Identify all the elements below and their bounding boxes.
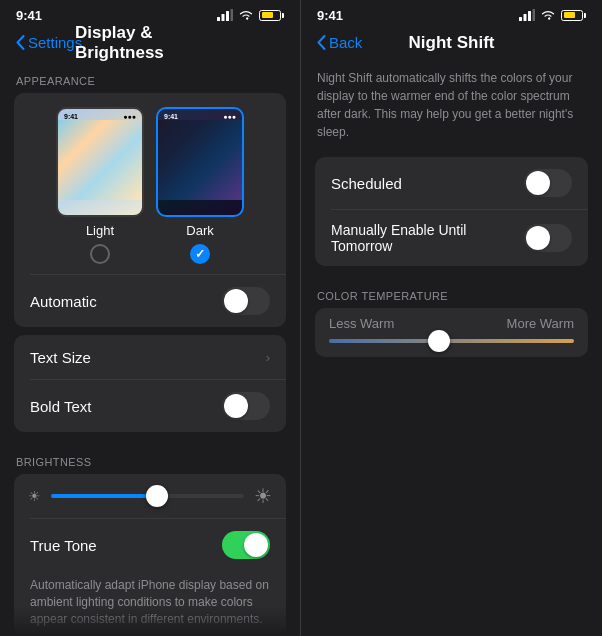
page-title-left: Display & Brightness	[75, 23, 225, 63]
text-size-row[interactable]: Text Size ›	[14, 335, 286, 379]
manually-enable-label: Manually Enable Until Tomorrow	[331, 222, 524, 254]
text-card: Text Size › Bold Text	[14, 335, 286, 432]
night-shift-panel: 9:41	[301, 0, 602, 636]
brightness-dim-icon: ☀	[28, 488, 41, 504]
back-button-left[interactable]: Settings	[16, 34, 82, 51]
night-shift-toggles-card: Scheduled Manually Enable Until Tomorrow	[315, 157, 588, 266]
svg-rect-0	[217, 17, 220, 21]
true-tone-row[interactable]: True Tone	[14, 519, 286, 571]
back-label-right: Back	[329, 34, 362, 51]
preview-time-dark: 9:41	[164, 113, 178, 120]
preview-icons-dark: ●●●	[223, 113, 236, 120]
text-size-chevron: ›	[266, 350, 270, 365]
appearance-card: 9:41 ●●● Light 9:41 ●●●	[14, 93, 286, 327]
signal-icon-right	[519, 9, 535, 21]
svg-rect-6	[528, 11, 531, 21]
chevron-left-icon-right	[317, 35, 326, 50]
brightness-slider-row: ☀ ☀	[14, 474, 286, 518]
dark-preview-status: 9:41 ●●●	[158, 109, 242, 120]
color-temp-card: Less Warm More Warm	[315, 308, 588, 357]
preview-time-light: 9:41	[64, 113, 78, 120]
true-tone-description: Automatically adapt iPhone display based…	[14, 571, 286, 636]
color-temp-track[interactable]	[329, 339, 574, 343]
true-tone-toggle[interactable]	[222, 531, 270, 559]
true-tone-label: True Tone	[30, 537, 97, 554]
svg-rect-3	[231, 9, 234, 21]
scheduled-toggle[interactable]	[524, 169, 572, 197]
color-temp-labels: Less Warm More Warm	[329, 316, 574, 331]
text-size-label: Text Size	[30, 349, 91, 366]
more-warm-label: More Warm	[507, 316, 574, 331]
status-time-right: 9:41	[317, 8, 343, 23]
scroll-content-left: APPEARANCE 9:41 ●●● Light	[0, 59, 300, 636]
brightness-slider-track[interactable]	[51, 494, 244, 498]
color-temp-thumb[interactable]	[428, 330, 450, 352]
light-label: Light	[86, 223, 114, 238]
light-preview-status: 9:41 ●●●	[58, 109, 142, 120]
signal-icon	[217, 9, 233, 21]
automatic-row[interactable]: Automatic	[14, 275, 286, 327]
less-warm-label: Less Warm	[329, 316, 394, 331]
appearance-light-option[interactable]: 9:41 ●●● Light	[56, 107, 144, 264]
dark-preview: 9:41 ●●●	[156, 107, 244, 217]
page-title-right: Night Shift	[409, 33, 495, 53]
bold-text-row[interactable]: Bold Text	[14, 380, 286, 432]
nav-bar-right: Back Night Shift	[301, 28, 602, 59]
light-preview: 9:41 ●●●	[56, 107, 144, 217]
display-brightness-panel: 9:41	[0, 0, 301, 636]
color-temp-section-label: COLOR TEMPERATURE	[301, 274, 602, 308]
chevron-left-icon	[16, 35, 25, 50]
appearance-section-label: APPEARANCE	[0, 59, 300, 93]
bold-text-label: Bold Text	[30, 398, 91, 415]
scheduled-row[interactable]: Scheduled	[315, 157, 588, 209]
dark-wallpaper	[158, 120, 242, 200]
night-shift-description: Night Shift automatically shifts the col…	[301, 59, 602, 157]
status-icons-right	[519, 9, 586, 21]
status-time-left: 9:41	[16, 8, 42, 23]
status-bar-right: 9:41	[301, 0, 602, 28]
svg-rect-2	[226, 11, 229, 21]
battery-icon	[259, 10, 284, 21]
color-temp-slider-container: Less Warm More Warm	[315, 308, 588, 357]
appearance-dark-option[interactable]: 9:41 ●●● Dark	[156, 107, 244, 264]
dark-radio[interactable]	[190, 244, 210, 264]
wifi-icon-right	[540, 9, 556, 21]
scheduled-label: Scheduled	[331, 175, 402, 192]
brightness-card: ☀ ☀ True Tone Automatically adapt iPhone…	[14, 474, 286, 636]
automatic-label: Automatic	[30, 293, 97, 310]
svg-rect-5	[524, 14, 527, 21]
wifi-icon	[238, 9, 254, 21]
nav-bar-left: Settings Display & Brightness	[0, 28, 300, 59]
manually-enable-row[interactable]: Manually Enable Until Tomorrow	[315, 210, 588, 266]
light-wallpaper	[58, 120, 142, 200]
svg-rect-7	[533, 9, 536, 21]
scroll-content-right: Night Shift automatically shifts the col…	[301, 59, 602, 636]
bold-text-toggle[interactable]	[222, 392, 270, 420]
svg-rect-1	[222, 14, 225, 21]
back-button-right[interactable]: Back	[317, 34, 362, 51]
light-radio[interactable]	[90, 244, 110, 264]
manually-enable-toggle[interactable]	[524, 224, 572, 252]
automatic-toggle[interactable]	[222, 287, 270, 315]
appearance-options: 9:41 ●●● Light 9:41 ●●●	[14, 93, 286, 274]
brightness-slider-thumb[interactable]	[146, 485, 168, 507]
preview-icons-light: ●●●	[123, 113, 136, 120]
brightness-bright-icon: ☀	[254, 484, 272, 508]
brightness-slider-fill	[51, 494, 157, 498]
battery-icon-right	[561, 10, 586, 21]
brightness-section-label: BRIGHTNESS	[0, 440, 300, 474]
svg-rect-4	[519, 17, 522, 21]
chevron-icon-textsize: ›	[266, 350, 270, 365]
dark-label: Dark	[186, 223, 213, 238]
status-icons-left	[217, 9, 284, 21]
